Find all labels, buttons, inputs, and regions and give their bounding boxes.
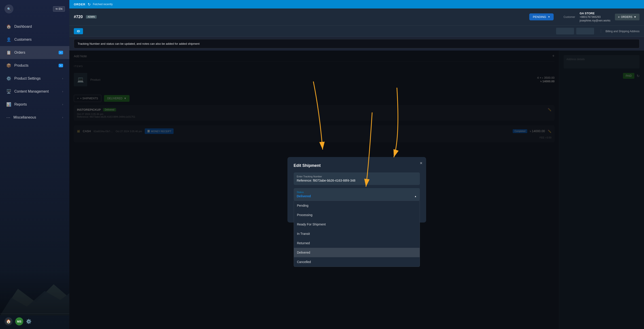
option-cancelled[interactable]: Cancelled bbox=[294, 257, 420, 266]
settings-icon: ⚙️ bbox=[26, 319, 32, 324]
chevron-down-icon: ▼ bbox=[634, 16, 636, 18]
option-ready-for-shipment[interactable]: Ready For Shipment bbox=[294, 220, 420, 229]
products-badge: + bbox=[58, 64, 63, 67]
chevron-down-icon: ▼ bbox=[548, 16, 550, 18]
chevron-right-icon: › bbox=[62, 116, 63, 119]
customer-email: josephine.roy@xen.works bbox=[580, 19, 610, 22]
option-pending[interactable]: Pending bbox=[294, 201, 420, 210]
sidebar-item-products[interactable]: 📦 Products + bbox=[0, 59, 69, 72]
admin-badge: ADMIN bbox=[86, 15, 97, 18]
orders-icon: 📋 bbox=[6, 50, 11, 55]
sidebar-header: 🔍 বাং EN bbox=[0, 0, 69, 18]
sidebar-item-label: Reports bbox=[14, 102, 59, 106]
sidebar-item-label: Dashboard bbox=[14, 24, 63, 29]
option-returned[interactable]: Returned bbox=[294, 238, 420, 248]
customer-store: GA STORE bbox=[580, 12, 610, 15]
order-number: #720 bbox=[74, 14, 83, 19]
home-footer-button[interactable]: 🏠 bbox=[4, 317, 12, 326]
chevron-right-icon: › bbox=[62, 77, 63, 80]
sidebar-item-label: Customers bbox=[14, 38, 63, 42]
search-icon: 🔍 bbox=[7, 8, 11, 11]
dashboard-icon: 🏠 bbox=[6, 24, 11, 29]
modal-title: Edit Shipment bbox=[294, 163, 420, 168]
status-dropdown: Pending Processing Ready For Shipment In… bbox=[294, 200, 420, 267]
info-bar: ID Billing and Shipping Address bbox=[69, 26, 644, 37]
status-field-label: Status bbox=[297, 191, 417, 194]
sidebar-item-label: Orders bbox=[14, 50, 56, 54]
sidebar-item-content-management[interactable]: 🖥️ Content Management › bbox=[0, 85, 69, 98]
chevron-up-icon: ▲ bbox=[414, 195, 417, 198]
search-button[interactable]: 🔍 bbox=[4, 4, 14, 14]
tracking-number-field[interactable]: Enter Tracking Number Reference: f8073ab… bbox=[294, 172, 420, 185]
billing-label: Billing and Shipping Address bbox=[606, 30, 640, 33]
topbar-order-label: ORDER bbox=[74, 3, 86, 6]
option-processing[interactable]: Processing bbox=[294, 210, 420, 220]
modal-fields: Enter Tracking Number Reference: f8073ab… bbox=[294, 172, 420, 216]
status-selected-value: Delivered ▲ bbox=[297, 194, 417, 198]
id-button[interactable]: ID bbox=[74, 28, 83, 34]
customers-icon: 👤 bbox=[6, 37, 11, 42]
main-content: ORDER ↻ Fetched recently #720 ADMIN PEND… bbox=[69, 0, 644, 329]
chevron-right-icon: › bbox=[62, 90, 63, 93]
customer-section-label: Customer bbox=[564, 16, 575, 18]
misc-icon: ⋯ bbox=[6, 115, 10, 120]
sidebar-item-reports[interactable]: 📊 Reports › bbox=[0, 98, 69, 111]
order-status-button[interactable]: PENDING ▼ bbox=[529, 14, 554, 20]
customer-orders-button[interactable]: ≡ ORDERS ▼ bbox=[615, 14, 640, 20]
chevron-right-icon: › bbox=[62, 103, 63, 106]
fetch-status: Fetched recently bbox=[93, 3, 113, 6]
action-placeholder-2 bbox=[576, 28, 594, 34]
sidebar-item-label: Miscellaneous bbox=[14, 116, 59, 120]
settings-footer-button[interactable]: ⚙️ bbox=[26, 319, 32, 324]
tracking-number-label: Enter Tracking Number bbox=[297, 175, 417, 178]
ms-avatar[interactable]: MS bbox=[15, 317, 23, 326]
sidebar-item-label: Product Settings bbox=[14, 76, 59, 80]
language-switcher[interactable]: বাং EN bbox=[53, 6, 65, 12]
products-icon: 📦 bbox=[6, 63, 11, 68]
status-field[interactable]: Status Delivered ▲ Pending Processing Re… bbox=[294, 188, 420, 200]
modal-overlay[interactable]: Edit Shipment × Enter Tracking Number Re… bbox=[69, 50, 644, 329]
reports-icon: 📊 bbox=[6, 102, 11, 107]
edit-shipment-modal: Edit Shipment × Enter Tracking Number Re… bbox=[288, 157, 426, 222]
product-settings-icon: ⚙️ bbox=[6, 76, 11, 81]
sidebar-nav: 🏠 Dashboard 👤 Customers 📋 Orders + 📦 Pro… bbox=[0, 18, 69, 314]
sidebar-item-customers[interactable]: 👤 Customers bbox=[0, 33, 69, 46]
customer-phone: +8801767366293 bbox=[580, 16, 610, 18]
option-delivered[interactable]: Delivered bbox=[294, 248, 420, 257]
notification-bar: Tracking Number and status can be update… bbox=[74, 39, 640, 48]
sidebar-item-label: Content Management bbox=[14, 90, 59, 94]
sidebar-item-orders[interactable]: 📋 Orders + bbox=[0, 46, 69, 59]
modal-close-button[interactable]: × bbox=[420, 160, 422, 166]
orders-badge: + bbox=[58, 51, 63, 54]
home-icon: 🏠 bbox=[6, 319, 11, 324]
sidebar-item-miscellaneous[interactable]: ⋯ Miscellaneous › bbox=[0, 111, 69, 124]
top-bar: ORDER ↻ Fetched recently bbox=[69, 0, 644, 8]
content-icon: 🖥️ bbox=[6, 89, 11, 94]
sidebar-item-label: Products bbox=[14, 64, 56, 68]
action-placeholder-1 bbox=[556, 28, 574, 34]
orders-list-icon: ≡ bbox=[618, 16, 620, 18]
tracking-number-value: Reference: f8073abe-bb26-4163-88f4-348 bbox=[297, 179, 417, 182]
sidebar-item-product-settings[interactable]: ⚙️ Product Settings › bbox=[0, 72, 69, 85]
sidebar: 🔍 বাং EN 🏠 Dashboard 👤 Customers 📋 Order… bbox=[0, 0, 69, 329]
refresh-icon[interactable]: ↻ bbox=[88, 2, 90, 6]
sidebar-footer: 🏠 MS ⚙️ bbox=[0, 314, 69, 329]
order-header: #720 ADMIN PENDING ▼ Customer GA STORE +… bbox=[69, 8, 644, 26]
sidebar-item-dashboard[interactable]: 🏠 Dashboard bbox=[0, 20, 69, 33]
option-in-transit[interactable]: In Transit bbox=[294, 229, 420, 238]
